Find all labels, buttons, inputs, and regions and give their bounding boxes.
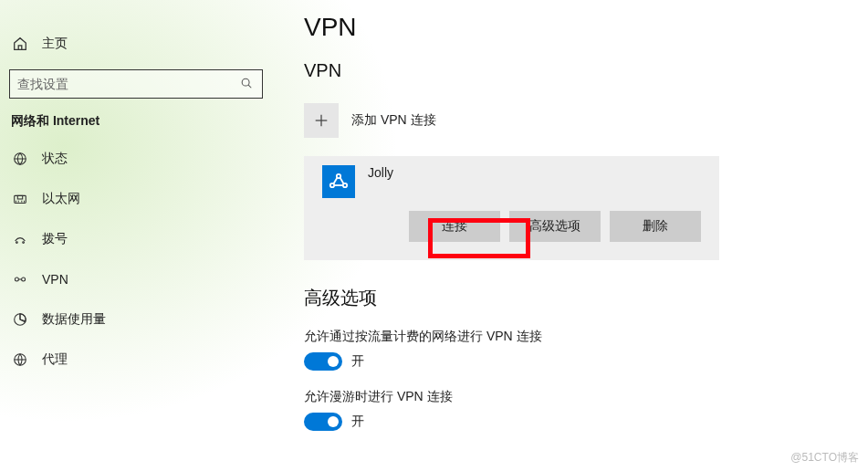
svg-line-25 [340, 178, 344, 184]
option-roaming-toggle[interactable] [304, 413, 342, 431]
vpn-connection-icon [322, 165, 355, 198]
search-icon [240, 77, 255, 91]
option-roaming: 允许漫游时进行 VPN 连接 开 [304, 389, 852, 431]
svg-rect-4 [17, 195, 22, 199]
home-link[interactable]: 主页 [0, 29, 274, 58]
nav-label: 代理 [42, 351, 68, 368]
nav-label: 数据使用量 [42, 311, 106, 328]
watermark: @51CTO博客 [790, 450, 859, 466]
vpn-icon [11, 270, 29, 288]
nav-label: 拨号 [42, 231, 68, 247]
advanced-options-button[interactable]: 高级选项 [509, 211, 601, 242]
option-roaming-label: 允许漫游时进行 VPN 连接 [304, 389, 852, 405]
option-metered-label: 允许通过按流量计费的网络进行 VPN 连接 [304, 329, 852, 345]
sidebar-section-header: 网络和 Internet [0, 113, 274, 130]
sidebar-item-ethernet[interactable]: 以太网 [0, 179, 274, 219]
sidebar-item-proxy[interactable]: 代理 [0, 340, 274, 380]
section-title-vpn: VPN [304, 60, 852, 81]
globe-icon [11, 150, 29, 168]
home-icon [11, 35, 29, 53]
vpn-connection-name: Jolly [368, 165, 393, 180]
nav-label: VPN [42, 272, 68, 287]
vpn-connection-card[interactable]: Jolly 连接 高级选项 删除 [304, 156, 719, 260]
option-roaming-state: 开 [351, 413, 364, 430]
section-title-advanced: 高级选项 [304, 286, 852, 310]
home-label: 主页 [42, 36, 68, 52]
svg-point-0 [242, 78, 249, 86]
add-vpn-label: 添加 VPN 连接 [351, 112, 436, 129]
search-box[interactable] [9, 69, 263, 99]
sidebar-item-vpn[interactable]: VPN [0, 259, 274, 299]
option-metered-state: 开 [351, 353, 364, 370]
svg-point-10 [23, 242, 25, 244]
svg-point-22 [330, 183, 334, 187]
sidebar-item-data-usage[interactable]: 数据使用量 [0, 299, 274, 340]
dialup-icon [11, 230, 29, 248]
nav-label: 以太网 [42, 191, 80, 207]
svg-line-1 [248, 85, 251, 88]
plus-icon [304, 103, 339, 138]
nav-label: 状态 [42, 151, 68, 167]
delete-button[interactable]: 删除 [610, 211, 701, 242]
page-title: VPN [304, 13, 852, 42]
svg-point-12 [22, 277, 26, 281]
connect-button[interactable]: 连接 [409, 211, 500, 242]
sidebar-item-dialup[interactable]: 拨号 [0, 219, 274, 259]
option-metered: 允许通过按流量计费的网络进行 VPN 连接 开 [304, 329, 852, 371]
main-content: VPN VPN 添加 VPN 连接 Jolly 连接 高级选项 删除 高级选项 … [304, 13, 852, 449]
option-metered-toggle[interactable] [304, 352, 342, 371]
data-usage-icon [11, 310, 29, 329]
sidebar: 主页 网络和 Internet 状态 以太网 拨号 VPN [0, 0, 274, 471]
ethernet-icon [11, 190, 29, 208]
search-input[interactable] [17, 77, 240, 91]
svg-point-9 [16, 242, 18, 244]
svg-point-23 [343, 183, 347, 187]
add-vpn-row[interactable]: 添加 VPN 连接 [304, 98, 852, 143]
svg-line-24 [334, 178, 338, 184]
svg-point-11 [15, 277, 18, 281]
proxy-icon [11, 351, 29, 369]
sidebar-item-status[interactable]: 状态 [0, 139, 274, 179]
